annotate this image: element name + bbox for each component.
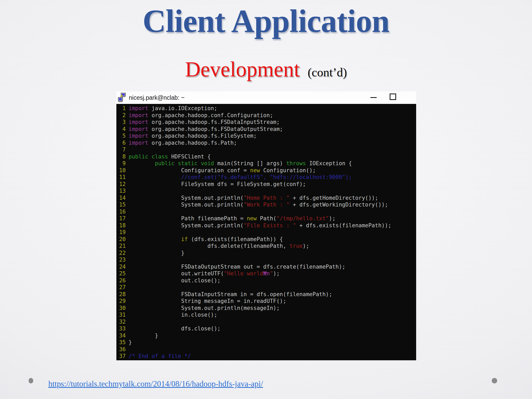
line-number: 35 — [116, 339, 126, 346]
maximize-icon[interactable] — [390, 94, 396, 100]
code-line: 33 dfs.close(); — [116, 325, 416, 332]
line-number: 1 — [116, 105, 126, 112]
code-line: 3import org.apache.hadoop.fs.FSDataInput… — [116, 119, 416, 126]
line-number: 13 — [116, 188, 126, 195]
line-number: 8 — [116, 153, 126, 160]
line-number: 29 — [116, 298, 126, 305]
code-line: 25 out.writeUTF("Hello world₩n"); — [116, 270, 416, 277]
code-line: 24 FSDataOutputStream out = dfs.create(f… — [116, 263, 416, 270]
code-line: 34 } — [116, 332, 416, 339]
code-line: 15 System.out.println("Work Path : " + d… — [116, 201, 416, 208]
line-number: 20 — [116, 236, 126, 243]
line-number: 32 — [116, 318, 126, 325]
line-number: 21 — [116, 243, 126, 250]
code-line: 35} — [116, 339, 416, 346]
code-line: 5import org.apache.hadoop.fs.FileSystem; — [116, 132, 416, 139]
code-line: 20 if (dfs.exists(filenamePath)) { — [116, 236, 416, 243]
code-line: 37/* End of a file */ — [116, 353, 416, 360]
line-number: 27 — [116, 284, 126, 291]
code-line: 30 System.out.println(messageIn); — [116, 305, 416, 312]
code-line: 11 //conf.set("fs.defaultFS", "hdfs://lo… — [116, 174, 416, 181]
code-line: 1import java.io.IOException; — [116, 105, 416, 112]
code-line: 14 System.out.println("Home Path : " + d… — [116, 195, 416, 202]
code-line: 9 public static void main(String [] args… — [116, 160, 416, 167]
code-line: 12 FileSystem dfs = FileSystem.get(conf)… — [116, 181, 416, 188]
code-line: 36 — [116, 346, 416, 353]
line-number: 10 — [116, 167, 126, 174]
line-number: 12 — [116, 181, 126, 188]
code-line: 13 — [116, 188, 416, 195]
decorative-dot-icon — [492, 378, 497, 383]
code-line: 6import org.apache.hadoop.fs.Path; — [116, 139, 416, 147]
line-number: 19 — [116, 229, 126, 236]
line-number: 17 — [116, 215, 126, 222]
line-number: 28 — [116, 291, 126, 298]
line-number: 26 — [116, 277, 126, 284]
line-number: 14 — [116, 195, 126, 202]
code-line: 23 — [116, 256, 416, 263]
subtitle-note: (cont’d) — [308, 65, 347, 79]
line-number: 34 — [116, 332, 126, 339]
code-line: 7 — [116, 146, 416, 153]
code-line: 22 } — [116, 250, 416, 257]
subtitle-text: Development — [185, 57, 300, 81]
minimize-icon[interactable] — [370, 97, 377, 98]
line-number: 37 — [116, 353, 126, 360]
code-line: 27 — [116, 284, 416, 291]
code-line: 21 dfs.delete(filenamePath, true); — [116, 243, 416, 250]
line-number: 36 — [116, 346, 126, 353]
line-number: 18 — [116, 222, 126, 229]
code-line: 19 — [116, 229, 416, 236]
code-line: 26 out.close(); — [116, 277, 416, 284]
line-number: 33 — [116, 325, 126, 332]
line-number: 25 — [116, 270, 126, 277]
line-number: 5 — [116, 132, 126, 139]
code-line: 32 — [116, 318, 416, 325]
subtitle: Development(cont’d) — [0, 58, 532, 81]
code-line: 4import org.apache.hadoop.fs.FSDataOutpu… — [116, 126, 416, 133]
code-area: 1import java.io.IOException;2import org.… — [116, 104, 416, 360]
code-line: 2import org.apache.hadoop.conf.Configura… — [116, 112, 416, 119]
terminal-window[interactable]: nicesj.park@nclab: ~ 1import java.io.IOE… — [116, 91, 416, 360]
code-line: 31 in.close(); — [116, 311, 416, 318]
window-title: nicesj.park@nclab: ~ — [129, 94, 184, 101]
code-line: 18 System.out.println("File Exists : " +… — [116, 222, 416, 229]
code-line: 16 — [116, 208, 416, 215]
line-number: 11 — [116, 174, 126, 181]
line-number: 6 — [116, 139, 126, 147]
terminal-titlebar: nicesj.park@nclab: ~ — [116, 91, 416, 104]
line-number: 16 — [116, 208, 126, 215]
line-number: 7 — [116, 146, 126, 153]
line-number: 24 — [116, 263, 126, 270]
line-number: 3 — [116, 119, 126, 126]
line-number: 4 — [116, 126, 126, 133]
footer-link[interactable]: https://tutorials.techmytalk.com/2014/08… — [48, 379, 263, 389]
code-line: 8public class HDFSClient { — [116, 153, 416, 160]
code-line: 10 Configuration conf = new Configuratio… — [116, 167, 416, 174]
line-number: 2 — [116, 112, 126, 119]
footer-bullet-icon — [29, 378, 33, 383]
line-number: 9 — [116, 160, 126, 167]
line-number: 23 — [116, 256, 126, 263]
line-number: 22 — [116, 250, 126, 257]
code-line: 17 Path filenamePath = new Path("/tmp/he… — [116, 215, 416, 222]
code-line: 28 FSDataInputStream in = dfs.open(filen… — [116, 291, 416, 298]
line-number: 30 — [116, 305, 126, 312]
page-title: Client Application — [0, 4, 532, 39]
code-line: 29 String messageIn = in.readUTF(); — [116, 298, 416, 305]
putty-terminal-icon — [118, 93, 126, 103]
line-number: 15 — [116, 201, 126, 208]
line-number: 31 — [116, 311, 126, 318]
